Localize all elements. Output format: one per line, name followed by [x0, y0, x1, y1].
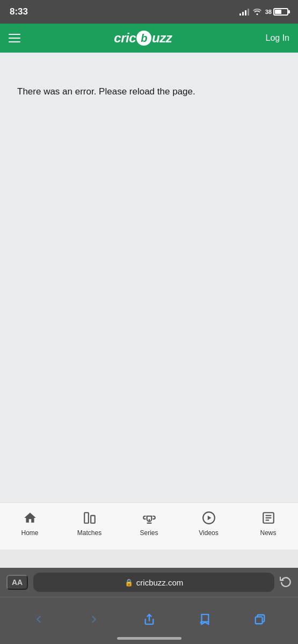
url-text: cricbuzz.com — [136, 578, 184, 587]
refresh-button[interactable] — [280, 575, 292, 590]
share-button[interactable] — [139, 609, 159, 633]
status-bar: 8:33 38 — [0, 0, 298, 24]
aa-button[interactable]: AA — [6, 575, 28, 590]
bottom-tab-bar: Home Matches Series — [0, 502, 298, 550]
tab-home[interactable]: Home — [9, 511, 52, 537]
tab-series[interactable]: Series — [128, 511, 171, 537]
battery-level: 38 — [265, 9, 272, 15]
tab-matches-label: Matches — [77, 529, 101, 537]
tab-news[interactable]: News — [247, 511, 290, 537]
home-icon — [23, 511, 37, 527]
news-icon — [261, 511, 275, 527]
wifi-icon — [252, 8, 262, 17]
hamburger-line-1 — [9, 34, 20, 35]
series-icon — [142, 511, 156, 527]
tabs-button[interactable] — [250, 609, 270, 633]
url-bar[interactable]: 🔒 cricbuzz.com — [33, 573, 274, 592]
tab-series-label: Series — [140, 529, 158, 537]
tab-matches[interactable]: Matches — [68, 511, 111, 537]
status-time: 8:33 — [10, 6, 28, 17]
matches-icon — [83, 511, 97, 527]
logo-circle-text: b — [141, 32, 147, 45]
browser-address-bar: AA 🔒 cricbuzz.com — [0, 568, 298, 597]
tab-videos-label: Videos — [199, 529, 218, 537]
bookmarks-button[interactable] — [194, 609, 215, 633]
tab-home-label: Home — [21, 529, 38, 537]
home-indicator — [117, 637, 181, 640]
lock-icon: 🔒 — [125, 579, 133, 587]
hamburger-line-2 — [9, 38, 20, 39]
error-message: There was an error. Please reload the pa… — [17, 85, 195, 99]
app-header: cric b uzz Log In — [0, 24, 298, 53]
main-content: There was an error. Please reload the pa… — [0, 53, 298, 550]
signal-icon — [239, 8, 249, 16]
tab-videos[interactable]: Videos — [187, 511, 230, 537]
battery-icon — [273, 8, 288, 16]
svg-rect-0 — [84, 513, 89, 523]
tab-news-label: News — [260, 529, 276, 537]
logo-text-2: uzz — [152, 31, 172, 46]
svg-marker-4 — [207, 515, 211, 520]
svg-rect-1 — [91, 515, 95, 523]
logo-circle: b — [136, 31, 151, 46]
app-logo: cric b uzz — [114, 31, 172, 46]
status-icons: 38 — [239, 8, 288, 17]
battery-container: 38 — [265, 8, 288, 16]
forward-button[interactable] — [84, 609, 104, 633]
svg-rect-10 — [255, 617, 262, 624]
videos-icon — [202, 511, 216, 527]
hamburger-button[interactable] — [9, 34, 20, 42]
back-button[interactable] — [28, 609, 49, 633]
login-button[interactable]: Log In — [266, 33, 289, 43]
hamburger-line-3 — [9, 41, 20, 42]
logo-text-1: cric — [114, 31, 136, 46]
